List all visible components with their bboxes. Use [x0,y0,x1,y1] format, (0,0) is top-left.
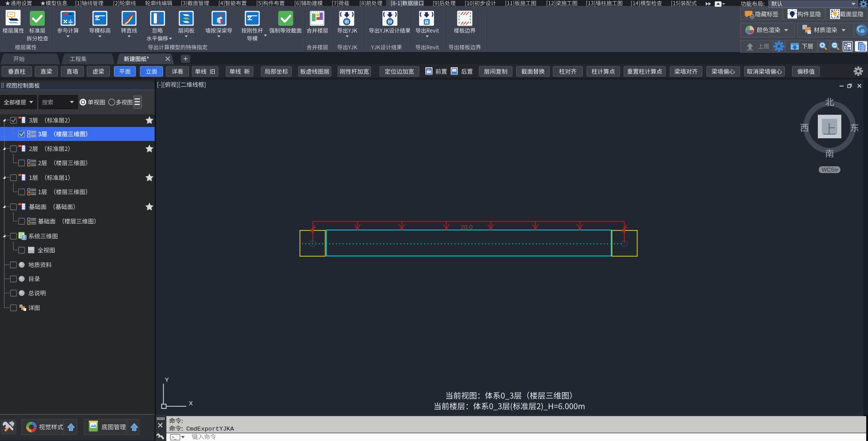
svg-text:Y: Y [165,376,169,383]
svg-text:CmdExportYJKA: CmdExportYJKA [186,426,234,432]
svg-text:X: X [189,400,193,407]
svg-text:20.0: 20.0 [461,224,472,230]
svg-text:>_: >_ [172,435,177,440]
svg-text:R: R [425,19,429,25]
svg-text:WCS: WCS [822,167,835,173]
